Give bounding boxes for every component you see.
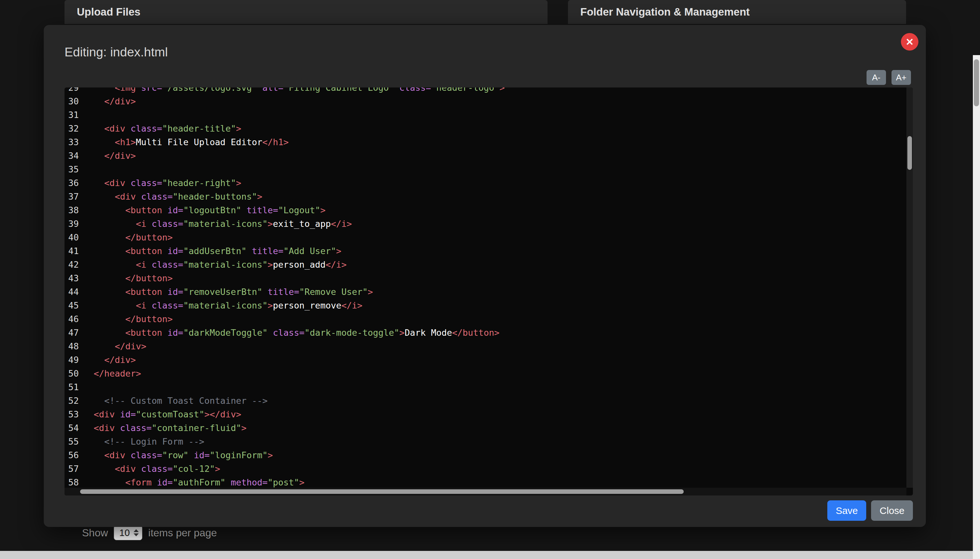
code-line: 40 </button> (65, 231, 906, 244)
editor-horizontal-scrollbar[interactable] (65, 488, 906, 496)
code-line: 46 </button> (65, 313, 906, 326)
code-line-content: <div class="row" id="loginForm"> (94, 448, 273, 462)
code-line-content: <img src="/assets/logo.svg" alt="Filing … (94, 88, 505, 94)
code-line: 29 <img src="/assets/logo.svg" alt="Fili… (65, 88, 906, 94)
line-number: 48 (65, 340, 79, 353)
code-line-content: <button id="logoutBtn" title="Logout"> (94, 203, 326, 217)
code-line: 48 </div> (65, 340, 906, 353)
code-line: 42 <i class="material-icons">person_add<… (65, 258, 906, 271)
code-line-content: </button> (94, 271, 173, 285)
save-button[interactable]: Save (827, 500, 866, 521)
line-number: 34 (65, 149, 79, 163)
code-line: 38 <button id="logoutBtn" title="Logout"… (65, 203, 906, 217)
code-line-content: <i class="material-icons">person_remove<… (94, 299, 363, 313)
line-number: 49 (65, 353, 79, 367)
show-label: Show (82, 527, 108, 539)
code-line-content: <form id="authForm" method="post"> (94, 476, 305, 488)
code-line: 51 (65, 380, 906, 394)
code-line-content: </div> (94, 353, 136, 367)
items-per-page-select[interactable]: 10 (114, 525, 142, 540)
font-size-controls: A- A+ (867, 70, 911, 85)
code-line-content: <!-- Custom Toast Container --> (94, 394, 267, 408)
modal-close-x-button[interactable]: ✕ (901, 33, 919, 51)
line-number: 55 (65, 435, 79, 448)
page-scrollbar-thumb[interactable] (974, 59, 979, 106)
code-line: 35 (65, 163, 906, 176)
line-number: 54 (65, 421, 79, 435)
line-number: 37 (65, 190, 79, 203)
code-line: 50</header> (65, 367, 906, 380)
upload-files-title: Upload Files (77, 6, 141, 18)
code-line: 33 <h1>Multi File Upload Editor</h1> (65, 136, 906, 149)
items-per-page-control: Show 10 items per page (82, 525, 217, 541)
line-number: 56 (65, 448, 79, 462)
code-line-content: <div id="customToast"></div> (94, 408, 241, 421)
items-per-page-label: items per page (148, 527, 217, 539)
code-line: 47 <button id="darkModeToggle" class="da… (65, 326, 906, 340)
code-line-content: <button id="addUserBtn" title="Add User"… (94, 244, 341, 258)
edit-file-modal: Editing: index.html ✕ A- A+ 29 <img src=… (44, 25, 926, 527)
code-line: 55 <!-- Login Form --> (65, 435, 906, 448)
line-number: 29 (65, 88, 79, 94)
line-number: 33 (65, 136, 79, 149)
line-number: 53 (65, 408, 79, 421)
code-line-content: </div> (94, 94, 136, 108)
code-line: 31 (65, 108, 906, 122)
line-number: 46 (65, 313, 79, 326)
line-number: 57 (65, 462, 79, 476)
line-number: 58 (65, 476, 79, 488)
panel-upload-files: Upload Files (65, 0, 548, 24)
page-scrollbar[interactable] (973, 55, 980, 559)
editor-horizontal-scrollbar-thumb[interactable] (80, 490, 684, 494)
code-editor[interactable]: 29 <img src="/assets/logo.svg" alt="Fili… (65, 88, 913, 496)
code-line-content: </div> (94, 149, 136, 163)
code-line-content: <div class="header-buttons"> (94, 190, 262, 203)
line-number: 43 (65, 271, 79, 285)
font-increase-button[interactable]: A+ (892, 70, 911, 85)
line-number: 38 (65, 203, 79, 217)
code-line: 58 <form id="authForm" method="post"> (65, 476, 906, 488)
panel-folder-navigation: Folder Navigation & Management (568, 0, 906, 24)
select-arrows-icon (134, 529, 139, 536)
code-line: 45 <i class="material-icons">person_remo… (65, 299, 906, 313)
code-line-content: <i class="material-icons">exit_to_app</i… (94, 217, 352, 231)
editor-vertical-scrollbar-thumb[interactable] (907, 136, 912, 170)
close-icon: ✕ (906, 36, 914, 48)
code-line: 52 <!-- Custom Toast Container --> (65, 394, 906, 408)
code-line-content: <button id="removeUserBtn" title="Remove… (94, 285, 373, 299)
line-number: 32 (65, 122, 79, 136)
code-line-content: <div class="col-12"> (94, 462, 220, 476)
line-number: 42 (65, 258, 79, 271)
code-viewport[interactable]: 29 <img src="/assets/logo.svg" alt="Fili… (65, 88, 906, 488)
code-line: 34 </div> (65, 149, 906, 163)
folder-navigation-title: Folder Navigation & Management (580, 6, 750, 18)
editor-vertical-scrollbar[interactable] (906, 88, 913, 488)
line-number: 36 (65, 176, 79, 190)
modal-title: Editing: index.html (65, 45, 168, 59)
code-line: 44 <button id="removeUserBtn" title="Rem… (65, 285, 906, 299)
close-button[interactable]: Close (871, 500, 913, 521)
code-line-content: <i class="material-icons">person_add</i> (94, 258, 346, 271)
font-decrease-button[interactable]: A- (867, 70, 886, 85)
code-line: 49 </div> (65, 353, 906, 367)
line-number: 30 (65, 94, 79, 108)
line-number: 41 (65, 244, 79, 258)
page-bottom-edge (0, 551, 980, 559)
code-line: 54<div class="container-fluid"> (65, 421, 906, 435)
line-number: 45 (65, 299, 79, 313)
line-number: 47 (65, 326, 79, 340)
code-line: 43 </button> (65, 271, 906, 285)
line-number: 44 (65, 285, 79, 299)
modal-footer: Save Close (827, 500, 913, 521)
code-line-content: <button id="darkModeToggle" class="dark-… (94, 326, 500, 340)
line-number: 31 (65, 108, 79, 122)
code-line-content: <div class="container-fluid"> (94, 421, 247, 435)
code-line: 57 <div class="col-12"> (65, 462, 906, 476)
code-line-content: </button> (94, 231, 173, 244)
code-line-content: <div class="header-right"> (94, 176, 241, 190)
items-per-page-value: 10 (119, 528, 130, 538)
code-line: 36 <div class="header-right"> (65, 176, 906, 190)
line-number: 51 (65, 380, 79, 394)
line-number: 40 (65, 231, 79, 244)
code-line-content: <!-- Login Form --> (94, 435, 204, 448)
